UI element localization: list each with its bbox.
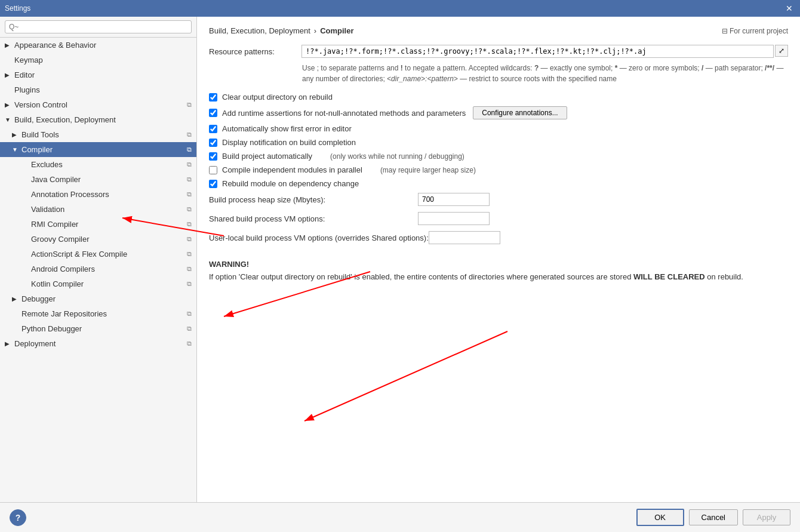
sidebar-item-deployment[interactable]: ▶Deployment⧉ [0, 336, 196, 351]
sidebar-item-build-tools[interactable]: ▶Build Tools⧉ [0, 127, 196, 142]
checkbox-show-first-error[interactable] [209, 125, 217, 133]
sidebar-label-debugger: Debugger [21, 294, 192, 303]
sidebar: ▶Appearance & BehaviorKeymap▶EditorPlugi… [0, 17, 197, 502]
field-label-shared-vm: Shared build process VM options: [209, 214, 418, 223]
sidebar-item-annotation-processors[interactable]: Annotation Processors⧉ [0, 187, 196, 202]
checkbox-label-clear-output: Clear output directory on rebuild [222, 93, 333, 102]
sidebar-item-remote-jar[interactable]: Remote Jar Repositories⧉ [0, 306, 196, 321]
checkbox-row-display-notification: Display notification on build completion [209, 138, 788, 147]
sidebar-item-android-compilers[interactable]: Android Compilers⧉ [0, 262, 196, 276]
sidebar-label-version-control: Version Control [14, 100, 184, 109]
checkbox-display-notification[interactable] [209, 139, 217, 147]
field-row-heap-size: Build process heap size (Mbytes): [209, 193, 788, 206]
sidebar-item-plugins[interactable]: Plugins [0, 82, 196, 97]
checkbox-build-auto[interactable] [209, 152, 217, 161]
checkbox-row-show-first-error: Automatically show first error in editor [209, 124, 788, 133]
bottom-bar: ? OK Cancel Apply [0, 502, 800, 532]
title-bar: Settings ✕ [0, 0, 800, 17]
sidebar-item-rmi-compiler[interactable]: RMI Compiler⧉ [0, 217, 196, 232]
sidebar-label-excludes: Excludes [31, 160, 184, 169]
sidebar-label-editor: Editor [14, 70, 192, 79]
configure-annotations-button[interactable]: Configure annotations... [473, 106, 567, 119]
sidebar-item-python-debugger[interactable]: Python Debugger⧉ [0, 321, 196, 336]
search-box [0, 17, 196, 38]
arrow-icon-version-control: ▶ [5, 102, 12, 108]
breadcrumb-path: Build, Execution, Deployment [209, 26, 310, 35]
sidebar-label-groovy-compiler: Groovy Compiler [31, 235, 184, 244]
sidebar-label-actionscript: ActionScript & Flex Compile [31, 250, 184, 259]
arrow-icon-editor: ▶ [5, 72, 12, 78]
checkbox-row-compile-parallel: Compile independent modules in parallel(… [209, 165, 788, 174]
arrow-icon-deployment: ▶ [5, 340, 12, 347]
help-button[interactable]: ? [10, 509, 26, 526]
sidebar-items-container: ▶Appearance & BehaviorKeymap▶EditorPlugi… [0, 38, 196, 351]
search-input[interactable] [5, 20, 192, 33]
ok-button[interactable]: OK [636, 509, 684, 526]
checkbox-add-assertions[interactable] [209, 109, 217, 117]
fields-container: Build process heap size (Mbytes):Shared … [209, 193, 788, 244]
copy-icon-deployment: ⧉ [187, 340, 192, 348]
sidebar-label-build-tools: Build Tools [21, 130, 184, 139]
sidebar-item-actionscript[interactable]: ActionScript & Flex Compile⧉ [0, 247, 196, 262]
close-button[interactable]: ✕ [783, 2, 795, 14]
sidebar-label-deployment: Deployment [14, 339, 184, 348]
copy-icon-java-compiler: ⧉ [187, 176, 192, 183]
resource-patterns-expand-button[interactable]: ⤢ [775, 45, 788, 57]
checkbox-row-build-auto: Build project automatically(only works w… [209, 152, 788, 161]
sidebar-item-version-control[interactable]: ▶Version Control⧉ [0, 97, 196, 112]
copy-icon-groovy-compiler: ⧉ [187, 235, 192, 243]
sidebar-item-kotlin-compiler[interactable]: Kotlin Compiler⧉ [0, 276, 196, 291]
resource-patterns-input[interactable] [301, 45, 774, 58]
sidebar-item-compiler[interactable]: ▼Compiler⧉ [0, 142, 196, 157]
side-note-compile-parallel: (may require larger heap size) [380, 166, 476, 174]
sidebar-item-groovy-compiler[interactable]: Groovy Compiler⧉ [0, 232, 196, 247]
breadcrumb-separator: › [314, 26, 316, 35]
content-panel: Build, Execution, Deployment › Compiler … [197, 17, 800, 502]
sidebar-label-compiler: Compiler [21, 145, 184, 154]
field-input-heap-size[interactable] [418, 193, 490, 206]
checkbox-row-rebuild-module: Rebuild module on dependency change [209, 179, 788, 188]
copy-icon-version-control: ⧉ [187, 101, 192, 109]
arrow-icon-build-execution: ▼ [5, 116, 12, 123]
arrow-icon-build-tools: ▶ [12, 131, 19, 138]
checkbox-compile-parallel[interactable] [209, 166, 217, 174]
field-label-heap-size: Build process heap size (Mbytes): [209, 195, 418, 204]
arrow-icon-appearance: ▶ [5, 42, 12, 48]
field-row-shared-vm: Shared build process VM options: [209, 212, 788, 225]
checkbox-label-display-notification: Display notification on build completion [222, 138, 356, 147]
warning-text: If option 'Clear output directory on reb… [209, 271, 788, 284]
warning-title: WARNING! [209, 260, 788, 269]
resource-patterns-row: Resource patterns: ⤢ [209, 45, 788, 58]
copy-icon-compiler: ⧉ [187, 146, 192, 153]
checkbox-clear-output[interactable] [209, 93, 217, 102]
copy-icon-actionscript: ⧉ [187, 250, 192, 258]
sidebar-label-python-debugger: Python Debugger [21, 324, 184, 333]
field-input-user-vm[interactable] [429, 231, 500, 244]
sidebar-label-rmi-compiler: RMI Compiler [31, 220, 184, 229]
breadcrumb-current: Compiler [320, 26, 353, 35]
checkbox-rebuild-module[interactable] [209, 180, 217, 188]
copy-icon-android-compilers: ⧉ [187, 265, 192, 273]
sidebar-item-validation[interactable]: Validation⧉ [0, 202, 196, 217]
checkbox-row-add-assertions: Add runtime assertions for not-null-anno… [209, 106, 788, 119]
cancel-button[interactable]: Cancel [689, 509, 738, 525]
sidebar-item-appearance[interactable]: ▶Appearance & Behavior [0, 38, 196, 53]
sidebar-item-keymap[interactable]: Keymap [0, 53, 196, 67]
checkbox-label-compile-parallel: Compile independent modules in parallel [222, 165, 362, 174]
resource-patterns-hint: Use ; to separate patterns and ! to nega… [302, 63, 788, 84]
sidebar-label-plugins: Plugins [14, 85, 192, 94]
field-label-user-vm: User-local build process VM options (ove… [209, 233, 429, 242]
field-input-shared-vm[interactable] [418, 212, 490, 225]
checkboxes-container: Clear output directory on rebuildAdd run… [209, 93, 788, 188]
checkbox-label-rebuild-module: Rebuild module on dependency change [222, 179, 359, 188]
sidebar-item-editor[interactable]: ▶Editor [0, 67, 196, 82]
sidebar-item-debugger[interactable]: ▶Debugger [0, 291, 196, 306]
copy-icon-kotlin-compiler: ⧉ [187, 280, 192, 288]
sidebar-item-excludes[interactable]: Excludes⧉ [0, 157, 196, 172]
side-note-build-auto: (only works while not running / debuggin… [330, 152, 464, 161]
for-current-project-button[interactable]: ⊟ For current project [722, 27, 788, 35]
apply-button[interactable]: Apply [743, 509, 790, 525]
sidebar-item-java-compiler[interactable]: Java Compiler⧉ [0, 172, 196, 187]
sidebar-item-build-execution[interactable]: ▼Build, Execution, Deployment [0, 112, 196, 127]
window-title: Settings [5, 4, 30, 13]
